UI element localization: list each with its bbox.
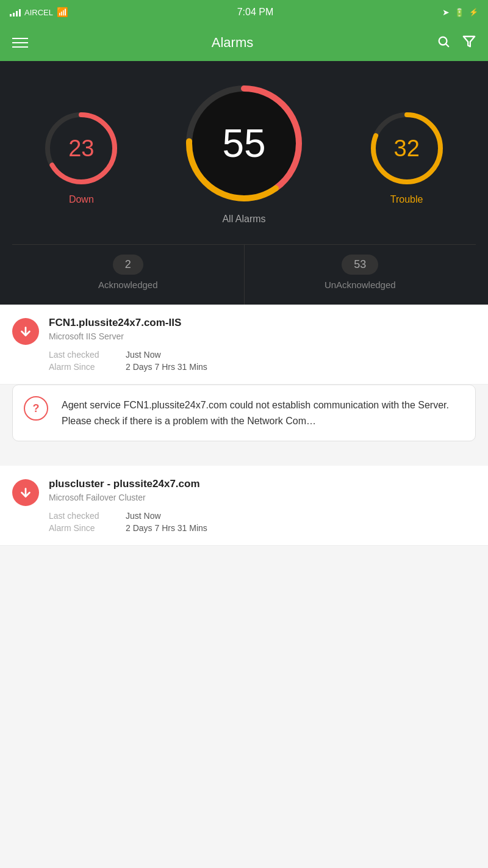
app-header: Alarms xyxy=(0,24,488,61)
spacer xyxy=(0,454,488,466)
alarm-meta: Last checked Just Now Alarm Since 2 Days… xyxy=(49,511,476,533)
gauge-row: 23 Down 55 All Alarms xyxy=(12,79,476,234)
carrier-label: AIRCEL xyxy=(24,8,53,17)
trouble-count: 32 xyxy=(394,136,420,162)
alarm-subtitle: Microsoft Failover Cluster xyxy=(49,493,476,502)
search-icon[interactable] xyxy=(437,35,450,51)
trouble-gauge: 32 Trouble xyxy=(367,109,447,205)
unacknowledged-label: UnAcknowledged xyxy=(325,280,396,290)
svg-marker-2 xyxy=(464,36,475,46)
ack-row: 2 Acknowledged 53 UnAcknowledged xyxy=(12,244,476,305)
location-icon: ➤ xyxy=(442,7,450,17)
alarm-item[interactable]: FCN1.plussite24x7.com-IIS Microsoft IIS … xyxy=(0,305,488,385)
acknowledged-label: Acknowledged xyxy=(98,280,158,290)
battery-icon: 🔋 xyxy=(454,8,464,17)
last-checked-value: Just Now xyxy=(126,511,161,521)
alarm-since-label: Alarm Since xyxy=(49,523,116,533)
down-label: Down xyxy=(69,194,94,205)
last-checked-label: Last checked xyxy=(49,511,116,521)
alarm-since-value: 2 Days 7 Hrs 31 Mins xyxy=(126,362,207,372)
down-gauge-circle: 23 xyxy=(41,109,121,188)
all-alarms-circle: 55 xyxy=(180,79,308,208)
alarm-meta: Last checked Just Now Alarm Since 2 Days… xyxy=(49,350,476,372)
status-bar-right: ➤ 🔋 ⚡ xyxy=(442,7,478,17)
header-actions xyxy=(437,35,476,51)
last-checked-label: Last checked xyxy=(49,350,116,360)
last-checked-value: Just Now xyxy=(126,350,161,360)
menu-button[interactable] xyxy=(12,38,28,48)
all-alarms-gauge: 55 All Alarms xyxy=(180,79,308,234)
alarm-subtitle: Microsoft IIS Server xyxy=(49,331,476,341)
down-gauge: 23 Down xyxy=(41,109,121,205)
alarm-title: pluscluster - plussite24x7.com xyxy=(49,478,476,490)
total-count: 55 xyxy=(222,121,265,166)
filter-icon[interactable] xyxy=(462,35,476,51)
acknowledged-section[interactable]: 2 Acknowledged xyxy=(12,245,244,305)
down-icon xyxy=(12,479,39,506)
status-bar: AIRCEL 📶 7:04 PM ➤ 🔋 ⚡ xyxy=(0,0,488,24)
unacknowledged-count: 53 xyxy=(342,255,378,275)
alarm-title: FCN1.plussite24x7.com-IIS xyxy=(49,317,476,329)
alarm-message-text: Agent service FCN1.plussite24x7.com coul… xyxy=(62,400,449,426)
question-icon: ? xyxy=(24,396,48,421)
svg-line-1 xyxy=(446,44,448,46)
down-count: 23 xyxy=(68,136,94,162)
wifi-icon: 📶 xyxy=(57,7,68,18)
all-alarms-label: All Alarms xyxy=(222,214,265,234)
trouble-label: Trouble xyxy=(390,194,423,205)
signal-icon xyxy=(10,8,21,16)
status-bar-left: AIRCEL 📶 xyxy=(10,7,68,18)
alarm-since-label: Alarm Since xyxy=(49,362,116,372)
unacknowledged-section[interactable]: 53 UnAcknowledged xyxy=(244,245,476,305)
charging-icon: ⚡ xyxy=(469,8,478,16)
page-title: Alarms xyxy=(212,35,253,51)
alarm-since-value: 2 Days 7 Hrs 31 Mins xyxy=(126,523,207,533)
acknowledged-count: 2 xyxy=(113,255,143,275)
trouble-gauge-circle: 32 xyxy=(367,109,447,188)
alarm-item[interactable]: pluscluster - plussite24x7.com Microsoft… xyxy=(0,466,488,546)
alarm-message-box: ? Agent service FCN1.plussite24x7.com co… xyxy=(12,385,476,441)
dashboard: 23 Down 55 All Alarms xyxy=(0,61,488,305)
alarm-list: FCN1.plussite24x7.com-IIS Microsoft IIS … xyxy=(0,305,488,546)
down-icon xyxy=(12,318,39,345)
status-time: 7:04 PM xyxy=(237,7,274,18)
